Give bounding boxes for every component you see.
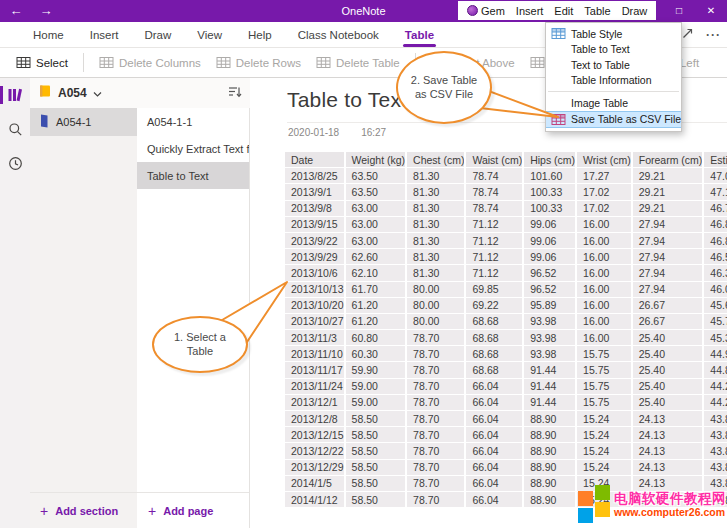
tab-home[interactable]: Home xyxy=(20,22,77,47)
menu-item-image-table[interactable]: Image Table xyxy=(546,95,681,111)
table-cell[interactable]: 26.67 xyxy=(633,314,705,330)
table-cell[interactable]: 16.00 xyxy=(577,298,633,314)
table-cell[interactable]: 58.50 xyxy=(346,460,408,476)
gem-menu-edit[interactable]: Edit xyxy=(554,5,573,17)
table-cell[interactable]: 2013/12/15 xyxy=(285,427,346,443)
table-cell[interactable]: 93.98 xyxy=(524,330,577,346)
notebooks-icon[interactable] xyxy=(0,78,30,112)
table-cell[interactable]: 58.50 xyxy=(346,492,408,508)
tab-insert[interactable]: Insert xyxy=(77,22,132,47)
column-header-weight-kg[interactable]: Weight (kg) xyxy=(346,152,408,168)
table-cell[interactable]: 61.20 xyxy=(346,298,408,314)
table-cell[interactable]: 78.70 xyxy=(407,492,466,508)
table-cell[interactable]: 2014/1/5 xyxy=(285,476,346,492)
table-cell[interactable]: 45.36 xyxy=(704,330,727,346)
table-cell[interactable]: 16.00 xyxy=(577,265,633,281)
table-cell[interactable]: 46.76 xyxy=(704,201,727,217)
page-title[interactable]: Table to Text xyxy=(287,88,407,112)
table-cell[interactable]: 46.87 xyxy=(704,217,727,233)
table-cell[interactable]: 71.12 xyxy=(466,233,524,249)
tab-class-notebook[interactable]: Class Notebook xyxy=(285,22,392,47)
table-cell[interactable]: 58.50 xyxy=(346,476,408,492)
table-cell[interactable]: 78.70 xyxy=(407,346,466,362)
table-cell[interactable]: 78.70 xyxy=(407,395,466,411)
table-cell[interactable]: 66.04 xyxy=(466,379,524,395)
table-cell[interactable]: 27.94 xyxy=(633,282,705,298)
table-cell[interactable]: 101.60 xyxy=(524,168,577,184)
table-cell[interactable]: 95.89 xyxy=(524,298,577,314)
search-icon[interactable] xyxy=(0,112,30,146)
table-cell[interactable]: 81.30 xyxy=(407,184,466,200)
table-cell[interactable]: 2013/12/22 xyxy=(285,443,346,459)
menu-item-table-style[interactable]: Table Style xyxy=(546,26,681,42)
table-cell[interactable]: 68.68 xyxy=(466,362,524,378)
column-header-hips-cm[interactable]: Hips (cm) xyxy=(524,152,577,168)
table-cell[interactable]: 63.00 xyxy=(346,233,408,249)
table-cell[interactable]: 17.27 xyxy=(577,168,633,184)
table-cell[interactable]: 78.70 xyxy=(407,411,466,427)
watermark-url[interactable]: www.computer26.com xyxy=(614,507,726,518)
table-cell[interactable]: 59.00 xyxy=(346,395,408,411)
column-header-wrist-cm[interactable]: Wrist (cm) xyxy=(577,152,633,168)
tab-view[interactable]: View xyxy=(184,22,235,47)
table-cell[interactable]: 24.13 xyxy=(633,443,705,459)
table-cell[interactable]: 43.83 xyxy=(704,460,727,476)
sort-icon[interactable] xyxy=(228,84,242,102)
table-cell[interactable]: 71.12 xyxy=(466,249,524,265)
table-cell[interactable]: 60.80 xyxy=(346,330,408,346)
table-cell[interactable]: 68.68 xyxy=(466,314,524,330)
table-cell[interactable]: 93.98 xyxy=(524,346,577,362)
menu-item-save-table-as-csv-file[interactable]: Save Table as CSV File xyxy=(546,111,681,128)
table-cell[interactable]: 66.04 xyxy=(466,427,524,443)
table-cell[interactable]: 81.30 xyxy=(407,217,466,233)
table-cell[interactable]: 29.21 xyxy=(633,201,705,217)
table-cell[interactable]: 91.44 xyxy=(524,362,577,378)
gem-menu-table[interactable]: Table xyxy=(584,5,610,17)
table-cell[interactable]: 2013/9/29 xyxy=(285,249,346,265)
table-cell[interactable]: 47.08 xyxy=(704,168,727,184)
table-cell[interactable]: 16.00 xyxy=(577,282,633,298)
table-cell[interactable]: 45.65 xyxy=(704,298,727,314)
table-cell[interactable]: 46.32 xyxy=(704,265,727,281)
gem-menu-gem[interactable]: Gem xyxy=(467,5,505,17)
table-cell[interactable]: 61.70 xyxy=(346,282,408,298)
table-cell[interactable]: 15.24 xyxy=(577,443,633,459)
table-cell[interactable]: 47.12 xyxy=(704,184,727,200)
table-cell[interactable]: 88.90 xyxy=(524,492,577,508)
table-cell[interactable]: 15.75 xyxy=(577,395,633,411)
table-cell[interactable]: 25.40 xyxy=(633,346,705,362)
table-cell[interactable]: 88.90 xyxy=(524,427,577,443)
table-cell[interactable]: 29.21 xyxy=(633,168,705,184)
column-header-estimated-lean[interactable]: Estimated Lean xyxy=(704,152,727,168)
table-cell[interactable]: 46.87 xyxy=(704,233,727,249)
table-cell[interactable]: 62.60 xyxy=(346,249,408,265)
gem-menu-insert[interactable]: Insert xyxy=(516,5,544,17)
column-header-date[interactable]: Date xyxy=(285,152,346,168)
page-canvas[interactable]: Table to Text 2020-01-18 16:27 DateWeigh… xyxy=(250,78,727,528)
table-cell[interactable]: 99.06 xyxy=(524,233,577,249)
table-cell[interactable]: 88.90 xyxy=(524,476,577,492)
table-cell[interactable]: 25.40 xyxy=(633,330,705,346)
table-cell[interactable]: 68.68 xyxy=(466,346,524,362)
table-cell[interactable]: 58.50 xyxy=(346,443,408,459)
maximize-button[interactable]: □ xyxy=(663,0,695,22)
page-item-table-to-text[interactable]: Table to Text xyxy=(137,162,249,189)
table-cell[interactable]: 66.04 xyxy=(466,443,524,459)
table-cell[interactable]: 60.30 xyxy=(346,346,408,362)
table-cell[interactable]: 88.90 xyxy=(524,443,577,459)
table-cell[interactable]: 81.30 xyxy=(407,201,466,217)
table-cell[interactable]: 69.85 xyxy=(466,282,524,298)
table-cell[interactable]: 62.10 xyxy=(346,265,408,281)
table-cell[interactable]: 16.00 xyxy=(577,249,633,265)
menu-item-table-information[interactable]: Table Information xyxy=(546,73,681,89)
table-cell[interactable]: 80.00 xyxy=(407,314,466,330)
table-cell[interactable]: 24.13 xyxy=(633,460,705,476)
table-cell[interactable]: 43.83 xyxy=(704,443,727,459)
table-cell[interactable]: 24.13 xyxy=(633,411,705,427)
table-cell[interactable]: 63.50 xyxy=(346,184,408,200)
table-cell[interactable]: 15.75 xyxy=(577,379,633,395)
table-cell[interactable]: 78.70 xyxy=(407,443,466,459)
table-cell[interactable]: 88.90 xyxy=(524,460,577,476)
tab-help[interactable]: Help xyxy=(235,22,285,47)
table-cell[interactable]: 63.00 xyxy=(346,201,408,217)
